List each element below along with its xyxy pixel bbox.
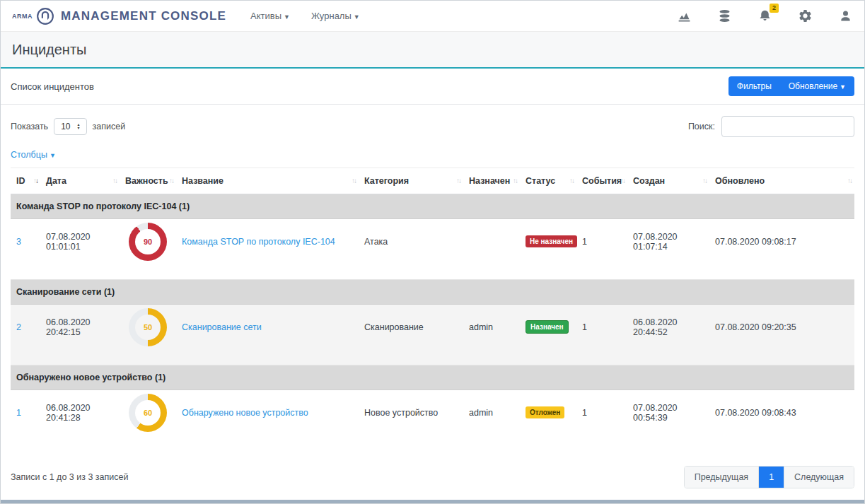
page-title-bar: Инциденты (1, 32, 864, 69)
records-label: записей (93, 122, 126, 131)
dashboard-chart-icon[interactable] (677, 8, 692, 23)
sort-arrows-icon[interactable]: ↑↓ (169, 177, 173, 184)
importance-value: 50 (129, 308, 167, 346)
chevron-down-icon: ▼ (50, 152, 56, 159)
incident-category: Сканирование (359, 305, 463, 365)
notification-count-badge: 2 (770, 4, 779, 13)
incident-created: 07.08.2020 01:07:14 (627, 219, 709, 280)
refresh-dropdown-button[interactable]: Обновление▼ (780, 76, 854, 96)
menu-journals[interactable]: Журналы▼ (311, 11, 360, 21)
incident-name-link[interactable]: Обнаружено новое устройство (182, 408, 308, 418)
chevron-down-icon: ▼ (840, 83, 846, 90)
table-row: 206.08.2020 20:42:1550Сканирование сетиС… (11, 305, 854, 365)
incident-category: Атака (359, 219, 463, 280)
column-header-5[interactable]: Категория↑↓ (359, 168, 463, 194)
pagination-page-1-button[interactable]: 1 (758, 467, 784, 488)
group-header-row: Команда STOP по протоколу IEC-104 (1) (11, 194, 854, 219)
page-title: Инциденты (12, 42, 853, 58)
brand-logo[interactable]: ARMA MANAGEMENT CONSOLE (12, 7, 226, 25)
incidents-table-wrap: ID↑↓Дата↑↓Важность↑↓Название↑↓Категория↑… (1, 160, 864, 451)
navbar-icon-group: 2 (677, 8, 853, 23)
incident-events: 1 (576, 305, 627, 365)
incident-assignee: admin (463, 305, 520, 365)
sort-arrows-icon[interactable]: ↑↓ (620, 177, 625, 184)
incident-name-link[interactable]: Сканирование сети (182, 322, 262, 332)
pagination-next-button[interactable]: Следующая (784, 467, 854, 488)
column-header-9[interactable]: Создан↑↓ (627, 168, 709, 194)
brand-title: MANAGEMENT CONSOLE (61, 9, 226, 23)
incident-name-link[interactable]: Команда STOP по протоколу IEC-104 (182, 237, 335, 247)
panel-actions: Фильтры Обновление▼ (728, 76, 854, 96)
incident-id-link[interactable]: 3 (16, 237, 21, 247)
menu-assets[interactable]: Активы▼ (250, 11, 290, 21)
user-profile-icon[interactable] (838, 8, 853, 23)
incident-updated: 07.08.2020 09:08:17 (709, 219, 854, 280)
column-header-10[interactable]: Обновлено↑↓ (709, 168, 854, 194)
page-size-value: 10 (61, 122, 70, 131)
notifications-bell-icon[interactable]: 2 (757, 8, 772, 23)
window-bottom-edge (1, 500, 864, 503)
incident-date: 06.08.2020 20:41:28 (40, 390, 120, 451)
table-header: ID↑↓Дата↑↓Важность↑↓Название↑↓Категория↑… (11, 168, 854, 194)
records-info: Записи с 1 до 3 из 3 записей (11, 472, 128, 482)
incident-date: 06.08.2020 20:42:15 (40, 305, 120, 365)
incident-updated: 07.08.2020 09:20:35 (709, 305, 854, 365)
sort-arrows-icon[interactable]: ↑↓ (847, 177, 852, 184)
incident-events: 1 (576, 219, 627, 280)
incident-assignee: admin (463, 390, 520, 451)
table-row: 307.08.2020 01:01:0190Команда STOP по пр… (11, 219, 854, 280)
sort-arrows-icon[interactable]: ↑↓ (513, 177, 517, 184)
page-size-select[interactable]: 10 ▴▾ (54, 118, 86, 135)
pagination-prev-button[interactable]: Предыдущая (685, 467, 758, 488)
column-header-7[interactable]: Статус↑↓ (520, 168, 576, 194)
panel-header: Список инцидентов Фильтры Обновление▼ (1, 69, 864, 105)
sort-arrows-icon[interactable]: ↑↓ (456, 177, 460, 184)
status-badge: Отложен (526, 406, 564, 418)
incident-assignee (463, 219, 520, 280)
sort-arrows-icon[interactable]: ↑↓ (112, 177, 117, 184)
importance-value: 60 (129, 394, 167, 432)
incident-id-link[interactable]: 2 (16, 322, 21, 332)
importance-value: 90 (129, 223, 167, 261)
incident-created: 07.08.2020 00:54:39 (627, 390, 709, 451)
column-header-1[interactable]: ID↑↓ (11, 168, 40, 194)
search-label: Поиск: (688, 122, 715, 131)
sort-arrows-icon[interactable]: ↑↓ (33, 177, 37, 184)
chevron-down-icon: ▼ (284, 13, 290, 20)
chevron-down-icon: ▼ (354, 13, 360, 20)
column-header-3[interactable]: Важность↑↓ (120, 168, 176, 194)
sort-arrows-icon[interactable]: ↑↓ (569, 177, 574, 184)
column-header-2[interactable]: Дата↑↓ (40, 168, 120, 194)
group-header-row: Сканирование сети (1) (11, 280, 854, 305)
spinner-arrows-icon: ▴▾ (78, 123, 80, 130)
importance-donut: 90 (129, 223, 167, 261)
sort-arrows-icon[interactable]: ↑↓ (702, 177, 707, 184)
column-header-8[interactable]: События↑↓ (576, 168, 627, 194)
columns-dropdown-link[interactable]: Столбцы▼ (11, 150, 56, 160)
filters-button[interactable]: Фильтры (728, 76, 780, 96)
main-menu: Активы▼ Журналы▼ (250, 11, 360, 21)
group-header-row: Обнаружено новое устройство (1) (11, 365, 854, 390)
incident-id-link[interactable]: 1 (16, 408, 21, 418)
importance-donut: 60 (129, 394, 167, 432)
gear-icon[interactable] (798, 8, 813, 23)
status-badge: Не назначен (526, 235, 577, 247)
incident-events: 1 (576, 390, 627, 451)
top-navbar: ARMA MANAGEMENT CONSOLE Активы▼ Журналы▼ (1, 1, 864, 32)
column-header-4[interactable]: Название↑↓ (176, 168, 359, 194)
incident-updated: 07.08.2020 09:08:43 (709, 390, 854, 451)
show-label: Показать (11, 122, 48, 131)
search-input[interactable] (721, 116, 854, 137)
column-header-6[interactable]: Назначен↑↓ (463, 168, 520, 194)
sort-arrows-icon[interactable]: ↑↓ (352, 177, 356, 184)
panel-title: Список инцидентов (11, 81, 94, 92)
database-icon[interactable] (717, 8, 732, 23)
incident-category: Новое устройство (359, 390, 463, 451)
page-size-control: Показать 10 ▴▾ записей (11, 118, 125, 135)
status-badge: Назначен (526, 320, 569, 334)
table-controls: Показать 10 ▴▾ записей Поиск: (1, 105, 864, 137)
management-console-window: ARMA MANAGEMENT CONSOLE Активы▼ Журналы▼ (0, 0, 865, 504)
table-row: 106.08.2020 20:41:2860Обнаружено новое у… (11, 390, 854, 451)
pagination: Предыдущая 1 Следующая (684, 466, 854, 488)
incident-created: 06.08.2020 20:44:52 (627, 305, 709, 365)
